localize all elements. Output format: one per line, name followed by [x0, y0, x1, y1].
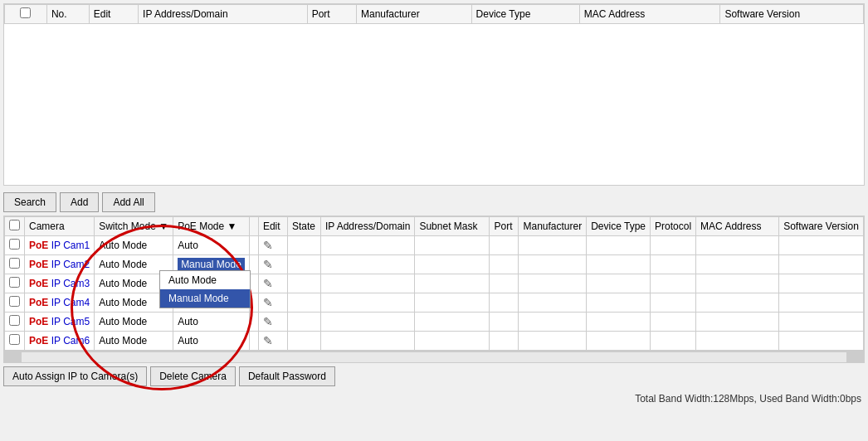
row-softver — [779, 313, 864, 332]
row-state — [287, 236, 320, 255]
bottom-header-poe-mode[interactable]: PoE Mode ▼ — [173, 217, 250, 236]
row-devtype — [587, 293, 651, 313]
row-protocol — [651, 236, 696, 255]
row-poe-mode: Auto — [173, 313, 250, 332]
row-protocol — [651, 332, 696, 351]
row-subnet — [415, 313, 490, 332]
row-port — [490, 236, 519, 255]
row-edit[interactable]: ✎ — [258, 255, 287, 274]
row-edit[interactable]: ✎ — [258, 332, 287, 351]
row-state — [287, 332, 320, 351]
add-all-button[interactable]: Add All — [102, 192, 154, 212]
add-button[interactable]: Add — [60, 192, 99, 212]
row-poe-mode: Auto — [173, 332, 250, 351]
row-mac — [696, 274, 779, 293]
row-spacer — [249, 313, 258, 332]
row-checkbox[interactable] — [5, 236, 25, 255]
cam-label: IP Cam2 — [51, 259, 90, 270]
bottom-table: Camera Switch Mode ▼ PoE Mode ▼ Edit Sta… — [4, 216, 864, 351]
row-devtype — [587, 274, 651, 293]
toolbar: Search Add Add All — [0, 189, 868, 216]
default-password-button[interactable]: Default Password — [239, 366, 335, 386]
bottom-header-protocol: Protocol — [651, 217, 696, 236]
bottom-header-subnet: Subnet Mask — [415, 217, 490, 236]
bottom-header-softver: Software Version — [779, 217, 864, 236]
table-row: PoE IP Cam5Auto ModeAuto✎ — [5, 313, 864, 332]
row-port — [490, 313, 519, 332]
edit-icon[interactable]: ✎ — [263, 277, 273, 290]
edit-icon[interactable]: ✎ — [263, 239, 273, 252]
row-checkbox[interactable] — [5, 274, 25, 293]
row-camera: PoE IP Cam4 — [25, 293, 95, 313]
bottom-header-spacer — [249, 217, 258, 236]
horizontal-scrollbar[interactable] — [3, 351, 865, 363]
row-port — [490, 255, 519, 274]
row-spacer — [249, 236, 258, 255]
poe-mode-dropdown[interactable]: Auto Mode Manual Mode — [159, 270, 251, 308]
row-softver — [779, 255, 864, 274]
row-devtype — [587, 313, 651, 332]
top-table: No. Edit IP Address/Domain Port Manufact… — [4, 4, 864, 157]
cam-label: IP Cam5 — [51, 316, 90, 327]
row-spacer — [249, 293, 258, 313]
top-header-softver: Software Version — [720, 5, 864, 24]
row-subnet — [415, 255, 490, 274]
poe-mode-selected: Manual Mode — [178, 258, 245, 271]
cam-label: IP Cam3 — [51, 278, 90, 289]
row-mac — [696, 236, 779, 255]
row-devtype — [587, 255, 651, 274]
row-port — [490, 293, 519, 313]
auto-assign-button[interactable]: Auto Assign IP to Camera(s) — [3, 366, 147, 386]
row-manufacturer — [519, 313, 587, 332]
bottom-header-switch-mode[interactable]: Switch Mode ▼ — [95, 217, 173, 236]
bottom-header-edit: Edit — [258, 217, 287, 236]
dropdown-manual-mode[interactable]: Manual Mode — [160, 289, 250, 308]
row-edit[interactable]: ✎ — [258, 236, 287, 255]
row-checkbox[interactable] — [5, 255, 25, 274]
row-ip — [320, 274, 415, 293]
search-button[interactable]: Search — [3, 192, 56, 212]
row-checkbox[interactable] — [5, 293, 25, 313]
row-port — [490, 332, 519, 351]
edit-icon[interactable]: ✎ — [263, 315, 273, 328]
row-switch-mode: Auto Mode — [95, 236, 173, 255]
row-camera: PoE IP Cam1 — [25, 236, 95, 255]
row-ip — [320, 293, 415, 313]
poe-label: PoE — [29, 316, 48, 327]
row-subnet — [415, 332, 490, 351]
bottom-header-mac: MAC Address — [696, 217, 779, 236]
row-manufacturer — [519, 255, 587, 274]
row-checkbox[interactable] — [5, 313, 25, 332]
edit-icon[interactable]: ✎ — [263, 334, 273, 347]
edit-icon[interactable]: ✎ — [263, 296, 273, 309]
delete-camera-button[interactable]: Delete Camera — [150, 366, 236, 386]
row-protocol — [651, 255, 696, 274]
row-edit[interactable]: ✎ — [258, 293, 287, 313]
bottom-select-all[interactable] — [9, 220, 20, 230]
row-camera: PoE IP Cam2 — [25, 255, 95, 274]
row-spacer — [249, 332, 258, 351]
row-manufacturer — [519, 236, 587, 255]
row-ip — [320, 313, 415, 332]
bottom-header-checkbox[interactable] — [5, 217, 25, 236]
top-select-all[interactable] — [20, 7, 31, 18]
bottom-header-devicetype: Device Type — [587, 217, 651, 236]
row-checkbox[interactable] — [5, 332, 25, 351]
row-protocol — [651, 293, 696, 313]
top-header-checkbox[interactable] — [5, 5, 47, 24]
bottom-table-wrapper: Camera Switch Mode ▼ PoE Mode ▼ Edit Sta… — [4, 216, 864, 351]
top-header-mac: MAC Address — [579, 5, 720, 24]
top-header-manufacturer: Manufacturer — [356, 5, 471, 24]
row-edit[interactable]: ✎ — [258, 274, 287, 293]
bottom-header-state: State — [287, 217, 320, 236]
row-devtype — [587, 236, 651, 255]
status-bar: Total Band Width:128Mbps, Used Band Widt… — [0, 390, 868, 408]
dropdown-auto-mode[interactable]: Auto Mode — [160, 271, 250, 289]
cam-label: IP Cam1 — [51, 240, 90, 251]
row-edit[interactable]: ✎ — [258, 313, 287, 332]
edit-icon[interactable]: ✎ — [263, 258, 273, 271]
top-header-devicetype: Device Type — [471, 5, 579, 24]
top-table-container: No. Edit IP Address/Domain Port Manufact… — [3, 3, 865, 186]
row-mac — [696, 313, 779, 332]
row-ip — [320, 255, 415, 274]
